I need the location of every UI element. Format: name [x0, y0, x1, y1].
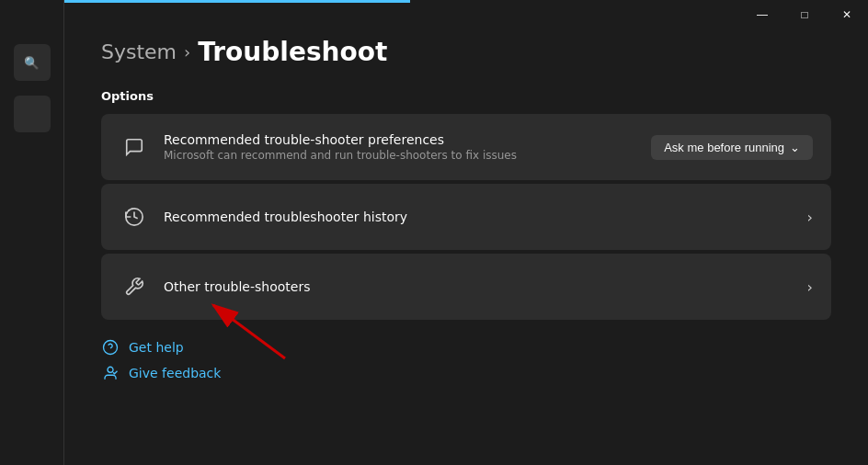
- search-button[interactable]: 🔍: [14, 44, 51, 81]
- card-troubleshooter-history[interactable]: Recommended troubleshooter history ›: [101, 184, 831, 250]
- ask-before-running-dropdown[interactable]: Ask me before running ⌄: [651, 135, 813, 160]
- main-content: System › Troubleshoot Options Recommende…: [64, 0, 868, 465]
- breadcrumb: System › Troubleshoot: [101, 37, 831, 67]
- get-help-label: Get help: [129, 340, 184, 355]
- chat-icon: [120, 132, 149, 162]
- history-icon: [120, 202, 149, 232]
- search-icon: 🔍: [24, 56, 40, 70]
- get-help-link[interactable]: Get help: [101, 338, 831, 357]
- bottom-links: Get help Give feedback: [101, 338, 831, 382]
- feedback-icon: [101, 364, 120, 382]
- sidebar-nav-item: [14, 96, 51, 132]
- card-recommended-preferences-action: Ask me before running ⌄: [651, 135, 813, 160]
- chevron-right-icon: ›: [807, 209, 813, 226]
- card-recommended-preferences-subtitle: Microsoft can recommend and run trouble-…: [164, 149, 651, 162]
- sidebar: 🔍: [0, 0, 64, 465]
- chevron-down-icon: ⌄: [790, 141, 800, 154]
- help-icon: [101, 338, 120, 357]
- page-title: Troubleshoot: [198, 37, 387, 67]
- svg-point-1: [104, 341, 118, 355]
- card-recommended-preferences-text: Recommended trouble-shooter preferences …: [164, 132, 651, 162]
- card-troubleshooter-history-text: Recommended troubleshooter history: [164, 210, 807, 224]
- wrench-icon: [120, 272, 149, 301]
- card-troubleshooter-history-action: ›: [807, 209, 813, 226]
- card-troubleshooter-history-title: Recommended troubleshooter history: [164, 210, 807, 224]
- give-feedback-label: Give feedback: [129, 366, 221, 380]
- card-other-troubleshooters-text: Other trouble-shooters: [164, 279, 807, 294]
- options-section-label: Options: [101, 89, 831, 103]
- card-other-troubleshooters-action: ›: [807, 278, 813, 296]
- card-other-troubleshooters-title: Other trouble-shooters: [164, 279, 807, 294]
- chevron-right-icon-2: ›: [807, 278, 813, 296]
- card-recommended-preferences[interactable]: Recommended trouble-shooter preferences …: [101, 114, 831, 180]
- card-other-troubleshooters[interactable]: Other trouble-shooters ›: [101, 254, 831, 320]
- breadcrumb-system[interactable]: System: [101, 40, 177, 63]
- give-feedback-link[interactable]: Give feedback: [101, 364, 831, 382]
- breadcrumb-separator: ›: [184, 42, 190, 62]
- card-recommended-preferences-title: Recommended trouble-shooter preferences: [164, 132, 651, 147]
- dropdown-label: Ask me before running: [664, 141, 784, 154]
- svg-point-3: [108, 367, 113, 372]
